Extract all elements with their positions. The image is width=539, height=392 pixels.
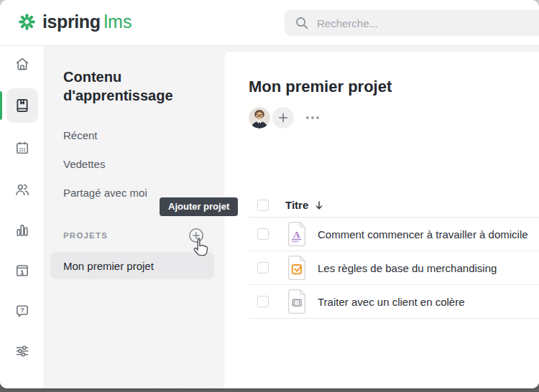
settings-sliders-icon (14, 342, 31, 360)
rail-item-learning-content[interactable] (14, 97, 31, 114)
project-label: Mon premier projet (63, 260, 154, 272)
table-row[interactable]: A Comment commencer à travailler à domic… (249, 218, 539, 251)
rail-item-reports[interactable] (14, 222, 31, 239)
row-title: Les règles de base du merchandising (318, 262, 497, 274)
people-icon (14, 181, 31, 198)
svg-text:A: A (293, 229, 300, 240)
rail-item-people[interactable] (14, 181, 31, 198)
brand-suffix: lms (104, 11, 132, 32)
nav-rail: ? (0, 46, 45, 388)
rail-item-settings[interactable] (14, 342, 31, 360)
content-table: Titre A Comment commencer à travailler (249, 193, 539, 319)
row-title: Comment commencer à travailler à domicil… (318, 228, 528, 241)
sidebar-project-mon-premier-projet[interactable]: Mon premier projet (50, 252, 214, 279)
brand-logo[interactable]: ispring lms (17, 11, 132, 32)
help-icon: ? (14, 302, 31, 319)
hand-cursor-icon (191, 237, 211, 260)
table-row[interactable]: Les règles de base du merchandising (249, 251, 539, 285)
sidebar-item-label: Vedettes (63, 158, 105, 170)
search-bar[interactable] (285, 10, 539, 36)
sort-descending-icon[interactable] (314, 200, 324, 210)
rail-active-indicator (0, 91, 2, 120)
owner-avatar[interactable] (249, 107, 270, 129)
app-window: ispring lms (0, 0, 539, 388)
info-panel-icon (14, 262, 31, 279)
sidebar-item-recent[interactable]: Récent (63, 121, 224, 149)
more-actions-button[interactable] (305, 112, 321, 123)
row-checkbox[interactable] (257, 296, 269, 307)
home-icon (14, 55, 31, 73)
table-row[interactable]: Traiter avec un client en colère (249, 285, 539, 319)
search-input[interactable] (317, 17, 539, 29)
row-checkbox[interactable] (257, 228, 269, 240)
add-member-button[interactable] (272, 107, 294, 129)
add-project-tooltip: Ajouter projet (160, 197, 238, 216)
title-column-header[interactable]: Titre (285, 199, 308, 211)
reports-icon (14, 222, 31, 239)
calendar-icon (14, 139, 31, 157)
svg-text:?: ? (20, 306, 24, 314)
topbar: ispring lms (0, 0, 539, 46)
sidebar-item-label: Partagé avec moi (63, 187, 147, 199)
sidebar-nav: Récent Vedettes Partagé avec moi (63, 121, 224, 207)
sidebar-title: Contenu d'apprentissage (63, 67, 189, 105)
table-header-row: Titre (249, 193, 539, 218)
sidebar-item-label: Récent (63, 129, 98, 141)
rail-item-info-panel[interactable] (14, 262, 31, 279)
sidebar: Contenu d'apprentissage Récent Vedettes … (45, 46, 224, 388)
brand-name: ispring (42, 11, 101, 32)
ispring-burst-icon (17, 12, 37, 32)
sidebar-item-featured[interactable]: Vedettes (63, 149, 224, 178)
course-page-icon: A (286, 221, 308, 247)
quiz-page-icon (286, 255, 308, 281)
rail-item-help[interactable]: ? (14, 302, 31, 319)
projects-section-label: PROJETS (63, 231, 108, 240)
row-checkbox[interactable] (257, 262, 269, 274)
select-all-checkbox[interactable] (257, 200, 269, 211)
project-members-row (249, 107, 539, 129)
row-title: Traiter avec un client en colère (318, 296, 465, 308)
search-icon (294, 15, 310, 31)
rail-item-home[interactable] (14, 55, 31, 73)
content-area: ? Contenu d'apprentissage Récent Vedette… (0, 46, 539, 388)
rail-item-calendar[interactable] (14, 139, 31, 157)
video-page-icon (286, 289, 308, 314)
plus-icon (277, 112, 289, 123)
main-panel: Mon premier projet (224, 52, 539, 388)
page-title: Mon premier projet (249, 76, 539, 98)
learning-content-icon (14, 97, 31, 114)
